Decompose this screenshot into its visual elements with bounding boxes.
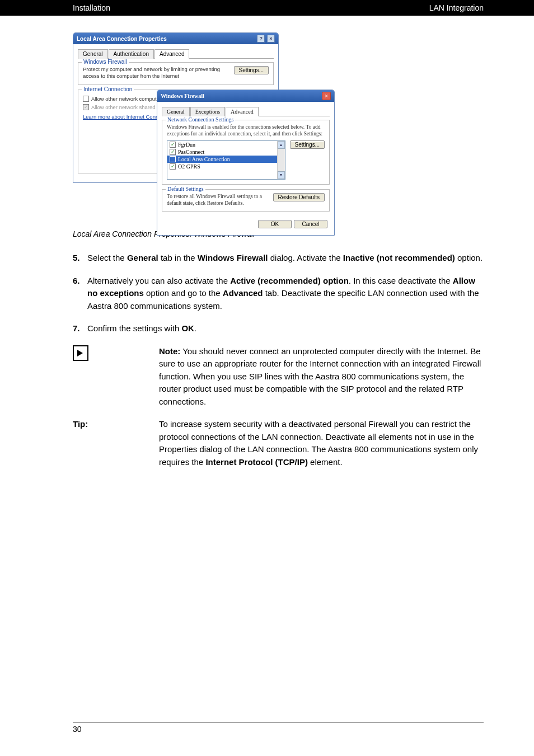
text-bold: Internet Protocol (TCP/IP)	[205, 457, 308, 467]
step-text: Alternatively you can also activate the …	[87, 275, 484, 313]
firewall-screenshot: Local Area Connection Properties ? × Gen…	[73, 32, 336, 223]
list-item[interactable]: ✓PasConnect	[167, 148, 285, 156]
conn-name: PasConnect	[178, 149, 204, 155]
conn-name: Local Area Connection	[178, 156, 230, 162]
text-bold: Windows Firewall	[198, 253, 268, 262]
note-text: Note: You should never connect an unprot…	[159, 345, 484, 408]
text: tab in the	[158, 253, 198, 262]
help-icon[interactable]: ?	[257, 35, 265, 43]
step-number: 6.	[73, 275, 87, 313]
text-bold: General	[127, 253, 158, 262]
close-icon[interactable]: ×	[267, 35, 275, 43]
text-bold: Active (recommended) option	[230, 276, 349, 285]
ok-button[interactable]: OK	[258, 220, 292, 228]
text: Confirm the settings with	[87, 323, 181, 333]
note-icon-col	[73, 345, 146, 408]
note-body: You should never connect an unprotected …	[159, 346, 481, 406]
text-bold: OK	[181, 323, 194, 333]
ics-legend: Internet Connection	[82, 86, 134, 92]
inner-tabs: General Exceptions Advanced	[162, 106, 330, 116]
tab-general[interactable]: General	[78, 49, 108, 59]
tip-label-col: Tip:	[73, 418, 146, 468]
text: .	[194, 323, 196, 333]
text: option.	[455, 253, 483, 262]
tab-general-inner[interactable]: General	[162, 107, 190, 116]
text-bold: Advanced	[223, 288, 263, 298]
dialog-buttons: OK Cancel	[162, 216, 330, 231]
ncs-legend: Network Connection Settings	[166, 116, 235, 123]
page-number: 30	[73, 725, 82, 734]
arrow-right-icon	[73, 345, 88, 361]
page-header: Installation LAN Integration	[0, 0, 534, 16]
checkbox-icon	[170, 156, 176, 162]
header-left: Installation	[73, 3, 110, 12]
checkbox-icon: ✓	[83, 104, 89, 110]
header-right: LAN Integration	[429, 3, 484, 12]
step-6: 6. Alternatively you can also activate t…	[73, 275, 484, 313]
restore-defaults-button[interactable]: Restore Defaults	[273, 193, 325, 201]
checkbox-icon: ✓	[170, 142, 176, 148]
default-settings-fieldset: Default Settings To restore all Windows …	[162, 189, 330, 212]
cancel-button[interactable]: Cancel	[294, 220, 327, 228]
defaults-desc: To restore all Windows Firewall settings…	[167, 193, 269, 207]
text: element.	[308, 457, 343, 467]
tab-advanced[interactable]: Advanced	[154, 49, 189, 59]
defaults-legend: Default Settings	[166, 186, 205, 192]
tip-block: Tip: To increase system security with a …	[73, 418, 484, 468]
window-titlebar: Local Area Connection Properties ? ×	[73, 33, 278, 44]
firewall-settings-button[interactable]: Settings...	[234, 66, 269, 74]
ncs-desc: Windows Firewall is enabled for the conn…	[167, 124, 325, 138]
text: option and go to the	[144, 288, 223, 298]
note-block: Note: You should never connect an unprot…	[73, 345, 484, 408]
ncs-settings-button[interactable]: Settings...	[290, 140, 325, 149]
step-text: Select the General tab in the Windows Fi…	[87, 252, 484, 265]
window-title: Local Area Connection Properties	[77, 36, 167, 42]
checkbox-icon: ✓	[170, 149, 176, 155]
tab-authentication[interactable]: Authentication	[109, 49, 154, 59]
step-7: 7. Confirm the settings with OK.	[73, 322, 484, 335]
tab-exceptions[interactable]: Exceptions	[190, 107, 225, 116]
page-content: Local Area Connection Properties ? × Gen…	[0, 16, 534, 711]
connection-list[interactable]: ✓FgrDun ✓PasConnect Local Area Connectio…	[167, 140, 285, 180]
inner-titlebar: Windows Firewall ×	[157, 90, 334, 102]
step-text: Confirm the settings with OK.	[87, 322, 484, 335]
text: Select the	[87, 253, 127, 262]
scroll-up-icon[interactable]: ▲	[278, 141, 285, 149]
outer-tabs: General Authentication Advanced	[78, 49, 274, 59]
checkbox-icon	[83, 96, 89, 102]
scroll-down-icon[interactable]: ▼	[278, 171, 285, 179]
step-number: 7.	[73, 322, 87, 335]
conn-name: O2 GPRS	[178, 163, 200, 170]
window-controls: ? ×	[256, 35, 275, 43]
list-item[interactable]: Local Area Connection	[167, 156, 285, 163]
text: . In this case deactivate the	[349, 276, 453, 285]
text-bold: Inactive (not recommended)	[343, 253, 455, 262]
tip-text: To increase system security with a deact…	[159, 418, 484, 468]
note-label: Note:	[159, 346, 180, 356]
page-footer: 30	[73, 722, 484, 734]
firewall-desc: Protect my computer and network by limit…	[83, 66, 229, 80]
text: dialog. Activate the	[268, 253, 343, 262]
close-icon[interactable]: ×	[322, 92, 331, 100]
network-connection-settings-fieldset: Network Connection Settings Windows Fire…	[162, 120, 330, 185]
text: Alternatively you can also activate the	[87, 276, 230, 285]
inner-window-title: Windows Firewall	[161, 93, 204, 99]
list-item[interactable]: ✓O2 GPRS	[167, 163, 285, 170]
windows-firewall-fieldset: Windows Firewall Protect my computer and…	[78, 62, 274, 85]
step-number: 5.	[73, 252, 87, 265]
tab-advanced-inner[interactable]: Advanced	[226, 107, 259, 116]
list-item[interactable]: ✓FgrDun	[167, 141, 285, 148]
windows-firewall-window: Windows Firewall × General Exceptions Ad…	[157, 90, 335, 236]
firewall-legend: Windows Firewall	[82, 59, 129, 65]
step-5: 5. Select the General tab in the Windows…	[73, 252, 484, 265]
checkbox-icon: ✓	[170, 163, 176, 170]
conn-name: FgrDun	[178, 142, 195, 148]
scrollbar[interactable]: ▲ ▼	[277, 141, 285, 179]
tip-label: Tip:	[73, 419, 88, 429]
